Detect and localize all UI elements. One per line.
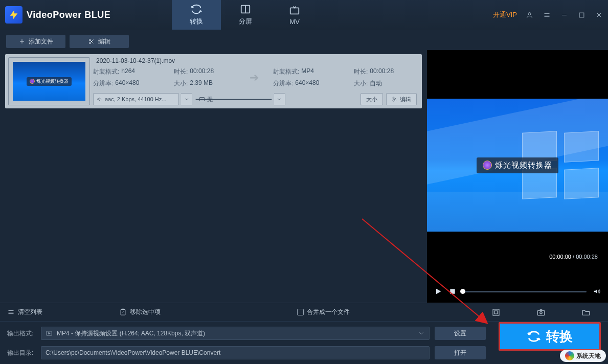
clear-list-button[interactable]: 清空列表	[7, 308, 42, 316]
output-dir-input[interactable]: C:\Users\pc\Documents\VideoPower\VideoPo…	[41, 346, 430, 359]
seek-track[interactable]	[463, 291, 587, 292]
convert-button[interactable]: 转换	[499, 322, 601, 351]
play-icon[interactable]	[434, 287, 442, 295]
svg-point-3	[528, 12, 531, 15]
item-edit-button[interactable]: 编辑	[386, 93, 417, 105]
time-display: 00:00:00 / 00:00:28	[549, 254, 598, 260]
app-logo: VideoPower BLUE	[5, 6, 110, 24]
maximize-button[interactable]	[576, 10, 587, 20]
preview-area[interactable]: 烁光视频转换器 00:00:00 / 00:00:28	[427, 50, 608, 280]
app-logo-icon	[5, 6, 22, 24]
edit-button[interactable]: 编辑	[70, 35, 129, 48]
volume-icon[interactable]	[593, 287, 601, 295]
output-dir-label: 输出目录:	[7, 349, 36, 357]
preview-tool-icons	[491, 308, 601, 317]
svg-rect-27	[493, 309, 499, 315]
vip-link[interactable]: 开通VIP	[493, 10, 517, 19]
snapshot-icon[interactable]	[536, 308, 546, 317]
minimize-button[interactable]	[559, 10, 569, 20]
audio-dropdown[interactable]: aac, 2 Kbps, 44100 Hz...	[93, 93, 179, 105]
preview-watermark: 烁光视频转换器	[477, 157, 558, 173]
tab-mv[interactable]: MV	[270, 0, 319, 30]
svg-rect-29	[537, 310, 545, 315]
player-controls	[427, 280, 608, 303]
site-watermark: 系统天地	[560, 350, 606, 362]
merge-checkbox[interactable]: 合并成一个文件	[297, 308, 350, 316]
svg-point-30	[540, 311, 543, 314]
folder-icon[interactable]	[581, 308, 591, 317]
toolbar: 添加文件 编辑	[0, 33, 608, 50]
account-icon[interactable]	[524, 10, 534, 20]
size-button[interactable]: 大小	[361, 93, 383, 105]
subtitle-dropdown[interactable]: 无	[195, 99, 272, 100]
fullscreen-icon[interactable]	[491, 308, 501, 317]
close-button[interactable]	[594, 10, 604, 20]
tab-convert[interactable]: 转换	[172, 0, 221, 30]
svg-rect-24	[121, 310, 125, 315]
subtitle-dropdown-caret[interactable]	[274, 93, 285, 105]
arrow-icon: ➔	[239, 71, 269, 84]
add-file-button[interactable]: 添加文件	[6, 35, 65, 48]
tab-split[interactable]: 分屏	[221, 0, 270, 30]
preview-pane: 烁光视频转换器 00:00:00 / 00:00:28	[427, 50, 608, 303]
file-details: 2020-11-03-10-42-37(1).mov 封装格式:h264 分辨率…	[93, 54, 422, 108]
app-title: VideoPower BLUE	[27, 10, 110, 20]
main-area: 烁光视频转换器 2020-11-03-10-42-37(1).mov 封装格式:…	[0, 50, 608, 303]
remove-selected-button[interactable]: 移除选中项	[119, 308, 161, 316]
settings-button[interactable]: 设置	[435, 327, 486, 340]
chevron-down-icon	[418, 330, 425, 337]
file-list: 烁光视频转换器 2020-11-03-10-42-37(1).mov 封装格式:…	[0, 50, 427, 303]
open-button[interactable]: 打开	[435, 346, 486, 359]
svg-rect-8	[579, 13, 584, 17]
titlebar: VideoPower BLUE 转换 分屏 MV 开通VIP	[0, 0, 608, 30]
stop-icon[interactable]	[448, 287, 457, 295]
file-thumbnail[interactable]: 烁光视频转换器	[8, 57, 90, 105]
svg-rect-20	[450, 289, 455, 293]
svg-line-26	[122, 311, 124, 313]
titlebar-right: 开通VIP	[493, 10, 604, 20]
output-format-label: 输出格式:	[7, 329, 36, 338]
svg-rect-28	[494, 311, 498, 314]
list-actions: 清空列表 移除选中项 合并成一个文件	[0, 303, 608, 321]
svg-rect-15	[200, 98, 205, 101]
svg-marker-32	[49, 332, 51, 334]
file-card[interactable]: 烁光视频转换器 2020-11-03-10-42-37(1).mov 封装格式:…	[5, 54, 422, 108]
svg-rect-2	[290, 8, 299, 14]
file-name: 2020-11-03-10-42-37(1).mov	[93, 57, 417, 64]
output-format-select[interactable]: MP4 - 保持源视频设置 (H.264; AAC, 128Kbps, 双声道)	[41, 327, 430, 340]
main-tabs: 转换 分屏 MV	[172, 0, 319, 30]
menu-icon[interactable]	[542, 10, 552, 20]
audio-dropdown-caret[interactable]	[181, 93, 192, 105]
